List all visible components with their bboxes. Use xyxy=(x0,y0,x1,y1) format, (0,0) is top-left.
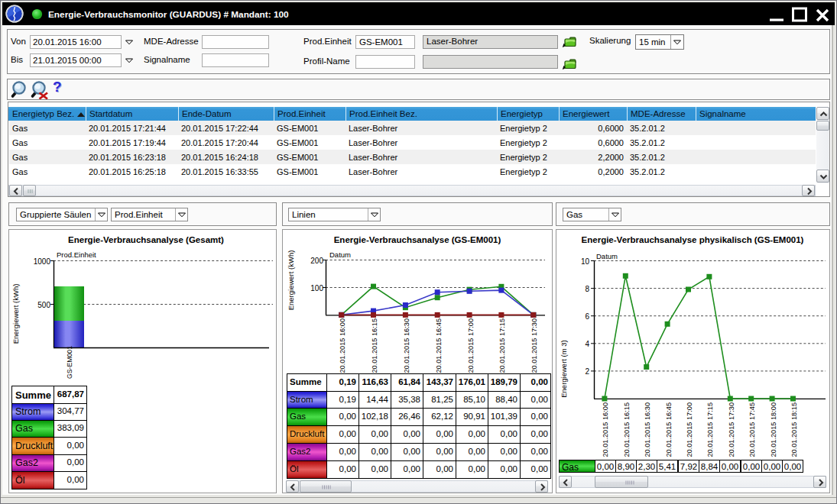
svg-text:20.01.2015 17:30: 20.01.2015 17:30 xyxy=(728,402,735,457)
svg-text:20.01.2015 17:00: 20.01.2015 17:00 xyxy=(467,318,475,373)
svg-text:4: 4 xyxy=(585,340,589,348)
svg-text:10: 10 xyxy=(581,257,590,266)
svg-text:20.01.2015 17:45: 20.01.2015 17:45 xyxy=(748,402,756,457)
svg-text:20.01.2015 16:30: 20.01.2015 16:30 xyxy=(403,318,410,373)
svg-text:Datum: Datum xyxy=(329,250,351,259)
svg-text:500: 500 xyxy=(37,301,50,309)
svg-text:6: 6 xyxy=(585,312,589,321)
svg-text:20.01.2015 16:15: 20.01.2015 16:15 xyxy=(371,318,378,373)
svg-text:Datum: Datum xyxy=(596,252,618,260)
svg-text:Energie-Verbrauchsanalyse phys: Energie-Verbrauchsanalyse physikalisch (… xyxy=(582,235,804,244)
svg-text:Energie-Verbrauchsanalyse (Ges: Energie-Verbrauchsanalyse (Gesamt) xyxy=(68,235,224,244)
svg-text:Prod.Einheit: Prod.Einheit xyxy=(57,250,96,259)
svg-text:20.01.2015 16:15: 20.01.2015 16:15 xyxy=(623,402,631,457)
svg-text:20.01.2015 17:00: 20.01.2015 17:00 xyxy=(686,402,693,457)
svg-text:100: 100 xyxy=(310,284,323,292)
svg-text:20.01.2015 17:30: 20.01.2015 17:30 xyxy=(530,318,538,373)
svg-text:1000: 1000 xyxy=(34,257,51,266)
svg-text:20.01.2015 16:00: 20.01.2015 16:00 xyxy=(602,402,609,457)
svg-text:8: 8 xyxy=(585,285,589,293)
svg-text:Energiewert (kWh): Energiewert (kWh) xyxy=(287,250,295,311)
svg-text:GS-EM001: GS-EM001 xyxy=(66,346,73,379)
svg-text:2: 2 xyxy=(585,367,589,376)
svg-text:20.01.2015 17:15: 20.01.2015 17:15 xyxy=(706,402,714,457)
svg-text:20.01.2015 16:30: 20.01.2015 16:30 xyxy=(644,402,651,457)
svg-text:20.01.2015 18:15: 20.01.2015 18:15 xyxy=(790,402,798,457)
svg-text:20.01.2015 16:00: 20.01.2015 16:00 xyxy=(339,318,346,373)
svg-text:200: 200 xyxy=(310,257,323,265)
svg-text:Energiewert (m 3): Energiewert (m 3) xyxy=(560,340,568,398)
svg-text:20.01.2015 18:00: 20.01.2015 18:00 xyxy=(770,402,777,457)
svg-text:20.01.2015 16:45: 20.01.2015 16:45 xyxy=(665,402,673,457)
svg-text:20.01.2015 16:45: 20.01.2015 16:45 xyxy=(435,318,443,373)
svg-text:20.01.2015 17:15: 20.01.2015 17:15 xyxy=(498,318,506,373)
svg-text:Energie-Verbrauchsanalyse (GS-: Energie-Verbrauchsanalyse (GS-EM001) xyxy=(334,235,501,244)
svg-text:Energiewert (kWh): Energiewert (kWh) xyxy=(11,284,20,344)
